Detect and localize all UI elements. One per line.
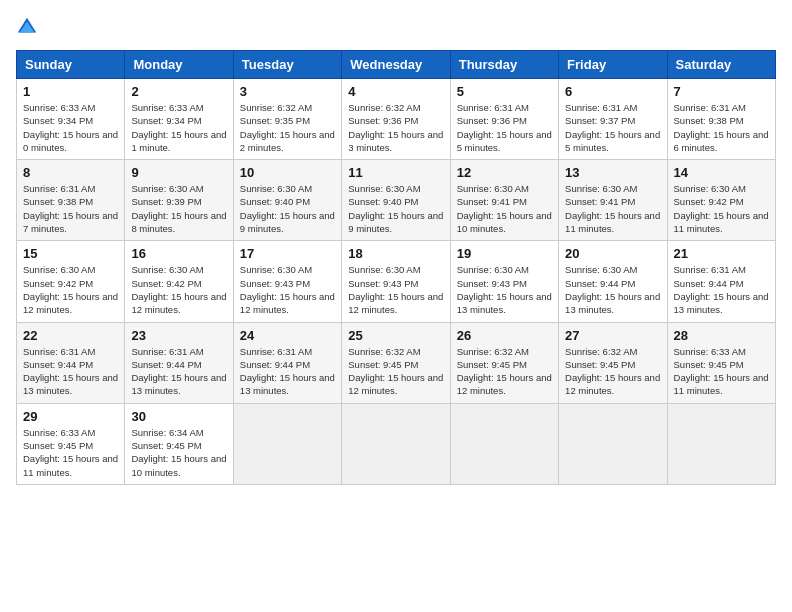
calendar-week-row: 1Sunrise: 6:33 AMSunset: 9:34 PMDaylight… bbox=[17, 79, 776, 160]
calendar-day-cell: 7Sunrise: 6:31 AMSunset: 9:38 PMDaylight… bbox=[667, 79, 775, 160]
day-number: 15 bbox=[23, 246, 118, 261]
day-number: 12 bbox=[457, 165, 552, 180]
calendar-day-cell: 22Sunrise: 6:31 AMSunset: 9:44 PMDayligh… bbox=[17, 322, 125, 403]
calendar-day-cell bbox=[450, 403, 558, 484]
calendar-day-cell: 4Sunrise: 6:32 AMSunset: 9:36 PMDaylight… bbox=[342, 79, 450, 160]
day-number: 13 bbox=[565, 165, 660, 180]
day-number: 1 bbox=[23, 84, 118, 99]
day-number: 11 bbox=[348, 165, 443, 180]
day-info: Sunrise: 6:33 AMSunset: 9:34 PMDaylight:… bbox=[131, 101, 226, 154]
calendar-day-cell: 16Sunrise: 6:30 AMSunset: 9:42 PMDayligh… bbox=[125, 241, 233, 322]
day-number: 21 bbox=[674, 246, 769, 261]
day-number: 16 bbox=[131, 246, 226, 261]
day-number: 28 bbox=[674, 328, 769, 343]
day-number: 17 bbox=[240, 246, 335, 261]
weekday-header: Saturday bbox=[667, 51, 775, 79]
logo bbox=[16, 16, 42, 38]
day-number: 23 bbox=[131, 328, 226, 343]
day-number: 29 bbox=[23, 409, 118, 424]
day-info: Sunrise: 6:31 AMSunset: 9:38 PMDaylight:… bbox=[23, 182, 118, 235]
day-number: 26 bbox=[457, 328, 552, 343]
day-info: Sunrise: 6:31 AMSunset: 9:44 PMDaylight:… bbox=[674, 263, 769, 316]
calendar-day-cell: 6Sunrise: 6:31 AMSunset: 9:37 PMDaylight… bbox=[559, 79, 667, 160]
day-number: 8 bbox=[23, 165, 118, 180]
calendar-day-cell: 11Sunrise: 6:30 AMSunset: 9:40 PMDayligh… bbox=[342, 160, 450, 241]
calendar-week-row: 29Sunrise: 6:33 AMSunset: 9:45 PMDayligh… bbox=[17, 403, 776, 484]
calendar-day-cell: 26Sunrise: 6:32 AMSunset: 9:45 PMDayligh… bbox=[450, 322, 558, 403]
day-number: 27 bbox=[565, 328, 660, 343]
calendar-day-cell: 1Sunrise: 6:33 AMSunset: 9:34 PMDaylight… bbox=[17, 79, 125, 160]
calendar-day-cell: 13Sunrise: 6:30 AMSunset: 9:41 PMDayligh… bbox=[559, 160, 667, 241]
calendar-day-cell bbox=[342, 403, 450, 484]
day-info: Sunrise: 6:30 AMSunset: 9:40 PMDaylight:… bbox=[348, 182, 443, 235]
calendar-day-cell bbox=[667, 403, 775, 484]
calendar-day-cell: 15Sunrise: 6:30 AMSunset: 9:42 PMDayligh… bbox=[17, 241, 125, 322]
day-info: Sunrise: 6:33 AMSunset: 9:45 PMDaylight:… bbox=[674, 345, 769, 398]
day-info: Sunrise: 6:30 AMSunset: 9:40 PMDaylight:… bbox=[240, 182, 335, 235]
calendar-day-cell: 9Sunrise: 6:30 AMSunset: 9:39 PMDaylight… bbox=[125, 160, 233, 241]
calendar-day-cell: 14Sunrise: 6:30 AMSunset: 9:42 PMDayligh… bbox=[667, 160, 775, 241]
day-number: 10 bbox=[240, 165, 335, 180]
day-info: Sunrise: 6:34 AMSunset: 9:45 PMDaylight:… bbox=[131, 426, 226, 479]
day-info: Sunrise: 6:33 AMSunset: 9:34 PMDaylight:… bbox=[23, 101, 118, 154]
calendar-table: SundayMondayTuesdayWednesdayThursdayFrid… bbox=[16, 50, 776, 485]
calendar-day-cell: 28Sunrise: 6:33 AMSunset: 9:45 PMDayligh… bbox=[667, 322, 775, 403]
calendar-day-cell: 25Sunrise: 6:32 AMSunset: 9:45 PMDayligh… bbox=[342, 322, 450, 403]
day-number: 14 bbox=[674, 165, 769, 180]
calendar-day-cell: 24Sunrise: 6:31 AMSunset: 9:44 PMDayligh… bbox=[233, 322, 341, 403]
weekday-header: Wednesday bbox=[342, 51, 450, 79]
day-info: Sunrise: 6:30 AMSunset: 9:42 PMDaylight:… bbox=[131, 263, 226, 316]
day-info: Sunrise: 6:30 AMSunset: 9:41 PMDaylight:… bbox=[565, 182, 660, 235]
day-info: Sunrise: 6:30 AMSunset: 9:39 PMDaylight:… bbox=[131, 182, 226, 235]
calendar-day-cell bbox=[233, 403, 341, 484]
day-number: 22 bbox=[23, 328, 118, 343]
weekday-header: Sunday bbox=[17, 51, 125, 79]
calendar-day-cell: 18Sunrise: 6:30 AMSunset: 9:43 PMDayligh… bbox=[342, 241, 450, 322]
calendar-week-row: 8Sunrise: 6:31 AMSunset: 9:38 PMDaylight… bbox=[17, 160, 776, 241]
calendar-day-cell bbox=[559, 403, 667, 484]
day-info: Sunrise: 6:30 AMSunset: 9:41 PMDaylight:… bbox=[457, 182, 552, 235]
calendar-week-row: 15Sunrise: 6:30 AMSunset: 9:42 PMDayligh… bbox=[17, 241, 776, 322]
calendar-day-cell: 2Sunrise: 6:33 AMSunset: 9:34 PMDaylight… bbox=[125, 79, 233, 160]
day-info: Sunrise: 6:30 AMSunset: 9:43 PMDaylight:… bbox=[240, 263, 335, 316]
day-number: 19 bbox=[457, 246, 552, 261]
weekday-header: Thursday bbox=[450, 51, 558, 79]
page-header bbox=[16, 16, 776, 38]
day-info: Sunrise: 6:30 AMSunset: 9:44 PMDaylight:… bbox=[565, 263, 660, 316]
day-info: Sunrise: 6:32 AMSunset: 9:45 PMDaylight:… bbox=[565, 345, 660, 398]
day-info: Sunrise: 6:32 AMSunset: 9:35 PMDaylight:… bbox=[240, 101, 335, 154]
calendar-day-cell: 21Sunrise: 6:31 AMSunset: 9:44 PMDayligh… bbox=[667, 241, 775, 322]
day-number: 25 bbox=[348, 328, 443, 343]
calendar-day-cell: 8Sunrise: 6:31 AMSunset: 9:38 PMDaylight… bbox=[17, 160, 125, 241]
day-number: 9 bbox=[131, 165, 226, 180]
day-info: Sunrise: 6:30 AMSunset: 9:43 PMDaylight:… bbox=[348, 263, 443, 316]
day-info: Sunrise: 6:31 AMSunset: 9:36 PMDaylight:… bbox=[457, 101, 552, 154]
day-info: Sunrise: 6:33 AMSunset: 9:45 PMDaylight:… bbox=[23, 426, 118, 479]
weekday-header: Monday bbox=[125, 51, 233, 79]
day-number: 4 bbox=[348, 84, 443, 99]
weekday-header: Friday bbox=[559, 51, 667, 79]
calendar-day-cell: 12Sunrise: 6:30 AMSunset: 9:41 PMDayligh… bbox=[450, 160, 558, 241]
day-info: Sunrise: 6:31 AMSunset: 9:38 PMDaylight:… bbox=[674, 101, 769, 154]
day-info: Sunrise: 6:31 AMSunset: 9:44 PMDaylight:… bbox=[23, 345, 118, 398]
calendar-day-cell: 29Sunrise: 6:33 AMSunset: 9:45 PMDayligh… bbox=[17, 403, 125, 484]
weekday-header: Tuesday bbox=[233, 51, 341, 79]
day-info: Sunrise: 6:31 AMSunset: 9:44 PMDaylight:… bbox=[240, 345, 335, 398]
day-info: Sunrise: 6:31 AMSunset: 9:44 PMDaylight:… bbox=[131, 345, 226, 398]
calendar-day-cell: 3Sunrise: 6:32 AMSunset: 9:35 PMDaylight… bbox=[233, 79, 341, 160]
day-info: Sunrise: 6:32 AMSunset: 9:45 PMDaylight:… bbox=[348, 345, 443, 398]
calendar-day-cell: 17Sunrise: 6:30 AMSunset: 9:43 PMDayligh… bbox=[233, 241, 341, 322]
logo-icon bbox=[16, 16, 38, 38]
day-number: 7 bbox=[674, 84, 769, 99]
day-info: Sunrise: 6:31 AMSunset: 9:37 PMDaylight:… bbox=[565, 101, 660, 154]
calendar-day-cell: 19Sunrise: 6:30 AMSunset: 9:43 PMDayligh… bbox=[450, 241, 558, 322]
day-number: 6 bbox=[565, 84, 660, 99]
day-number: 18 bbox=[348, 246, 443, 261]
day-number: 20 bbox=[565, 246, 660, 261]
day-number: 2 bbox=[131, 84, 226, 99]
day-info: Sunrise: 6:32 AMSunset: 9:36 PMDaylight:… bbox=[348, 101, 443, 154]
day-info: Sunrise: 6:30 AMSunset: 9:42 PMDaylight:… bbox=[674, 182, 769, 235]
day-number: 30 bbox=[131, 409, 226, 424]
calendar-day-cell: 30Sunrise: 6:34 AMSunset: 9:45 PMDayligh… bbox=[125, 403, 233, 484]
calendar-day-cell: 23Sunrise: 6:31 AMSunset: 9:44 PMDayligh… bbox=[125, 322, 233, 403]
